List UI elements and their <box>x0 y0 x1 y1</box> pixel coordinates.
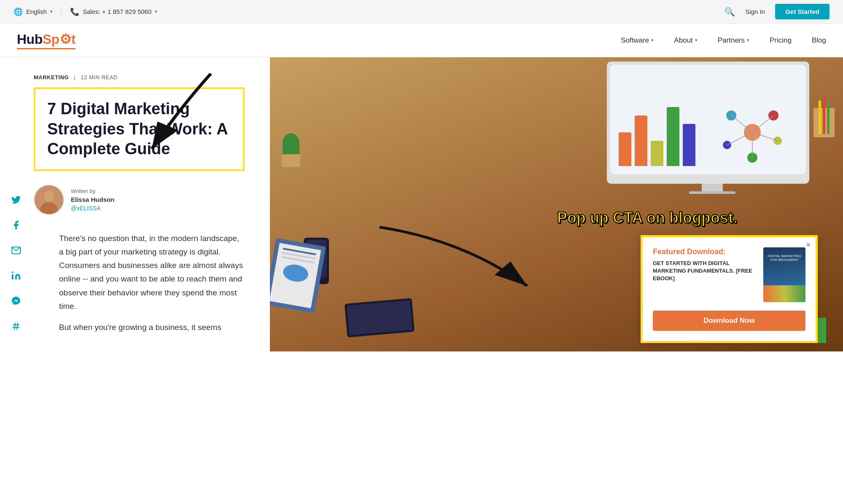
written-by-label: Written by <box>71 188 114 194</box>
nav-software-label: Software <box>621 36 649 45</box>
twitter-icon[interactable] <box>8 192 24 207</box>
nav-about-label: About <box>674 36 692 45</box>
nav-blog-label: Blog <box>812 36 826 45</box>
notebook-page <box>270 243 321 308</box>
top-bar-right: 🔍 Sign In Get Started <box>724 4 830 19</box>
get-started-button[interactable]: Get Started <box>775 4 830 19</box>
author-avatar <box>34 185 64 215</box>
article-title-box: 7 Digital Marketing Strategies That Work… <box>34 87 245 171</box>
nav-pricing-label: Pricing <box>770 36 792 45</box>
pen-cup <box>813 108 835 137</box>
lang-chevron-icon: ▾ <box>50 9 53 14</box>
language-label: English <box>26 8 47 15</box>
messenger-icon[interactable] <box>8 293 24 308</box>
linkedin-icon[interactable] <box>8 268 24 283</box>
nav-partners-label: Partners <box>718 36 745 45</box>
chart-bar-2 <box>635 115 647 166</box>
social-sidebar <box>8 192 24 334</box>
author-section: Written by Elissa Hudson @xELISSA <box>34 185 245 215</box>
search-button[interactable]: 🔍 <box>724 7 735 17</box>
monitor-stand <box>702 184 723 191</box>
logo-underline <box>17 48 75 49</box>
chart-bar-4 <box>667 107 679 166</box>
popup-subtitle: GET STARTED WITH DIGITAL MARKETING FUNDA… <box>653 260 757 283</box>
top-section: MARKETING | 12 MIN READ 7 Digital Market… <box>0 57 843 351</box>
read-time: 12 MIN READ <box>81 74 118 80</box>
author-handle[interactable]: @xELISSA <box>71 205 114 212</box>
email-icon[interactable] <box>8 243 24 258</box>
article-body: There's no question that, in the modern … <box>34 232 245 335</box>
main-nav: HubSp⚙t Software ▾ About ▾ Partners ▾ Pr… <box>0 24 843 57</box>
plant-pot <box>282 154 300 167</box>
svg-line-16 <box>752 115 773 132</box>
nav-partners-chevron-icon: ▾ <box>747 38 749 43</box>
chart-bar-5 <box>683 124 695 166</box>
plant <box>278 133 304 167</box>
chart-bar-1 <box>619 132 631 166</box>
svg-line-5 <box>17 322 18 330</box>
article-text-p2: But when you're growing a business, it s… <box>59 321 245 334</box>
nav-item-partners[interactable]: Partners ▾ <box>718 36 749 45</box>
top-bar-left: 🌐 English ▾ 📞 Sales: + 1 857 829 5060 ▾ <box>13 7 157 16</box>
facebook-icon[interactable] <box>8 217 24 233</box>
left-panel: MARKETING | 12 MIN READ 7 Digital Market… <box>0 57 270 351</box>
nav-item-about[interactable]: About ▾ <box>674 36 697 45</box>
nav-item-pricing[interactable]: Pricing <box>770 36 792 45</box>
nav-software-chevron-icon: ▾ <box>651 38 654 43</box>
monitor-screen <box>610 65 806 174</box>
ebook-stripe <box>763 285 805 302</box>
tablet-screen <box>347 300 412 335</box>
category-label: MARKETING | 12 MIN READ <box>34 74 245 80</box>
logo[interactable]: HubSp⚙t <box>17 31 75 49</box>
globe-icon: 🌐 <box>13 7 23 16</box>
nav-links: Software ▾ About ▾ Partners ▾ Pricing Bl… <box>621 36 826 45</box>
node-graph <box>707 99 797 166</box>
page-wrapper: 🌐 English ▾ 📞 Sales: + 1 857 829 5060 ▾ … <box>0 0 843 351</box>
popup-cta: × Featured Download: GET STARTED WITH DI… <box>641 235 818 343</box>
svg-point-1 <box>12 271 13 273</box>
article-title: 7 Digital Marketing Strategies That Work… <box>47 99 231 159</box>
download-now-button[interactable]: Download Now <box>653 311 805 331</box>
tablet <box>345 298 415 338</box>
pie-chart <box>282 263 310 284</box>
phone-icon: 📞 <box>70 7 79 16</box>
separator: | <box>74 74 75 80</box>
svg-point-7 <box>44 191 54 202</box>
monitor-base <box>689 191 735 194</box>
popup-text: Featured Download: GET STARTED WITH DIGI… <box>653 247 757 283</box>
phone-chevron-icon: ▾ <box>155 9 157 14</box>
top-bar: 🌐 English ▾ 📞 Sales: + 1 857 829 5060 ▾ … <box>0 0 843 24</box>
svg-line-4 <box>14 322 15 330</box>
nav-item-software[interactable]: Software ▾ <box>621 36 654 45</box>
category-text: MARKETING <box>34 74 69 80</box>
logo-spot: Sp⚙t <box>43 32 76 47</box>
language-selector[interactable]: 🌐 English ▾ <box>13 7 62 16</box>
sign-in-button[interactable]: Sign In <box>745 8 765 15</box>
logo-text: HubSp⚙t <box>17 31 75 47</box>
author-info: Written by Elissa Hudson @xELISSA <box>71 188 114 212</box>
author-name: Elissa Hudson <box>71 196 114 203</box>
hashtag-icon[interactable] <box>8 319 24 334</box>
svg-line-15 <box>731 115 752 132</box>
plant-leaves <box>283 133 299 154</box>
popup-ebook-cover: DIGITAL MARKETING FOR BEGINNERS <box>763 247 805 302</box>
monitor-bezel <box>607 62 809 184</box>
monitor <box>607 62 818 194</box>
phone-label: Sales: + 1 857 829 5060 <box>83 8 151 15</box>
article-text-p1: There's no question that, in the modern … <box>59 232 245 314</box>
chart-bar-3 <box>651 141 663 166</box>
phone-selector[interactable]: 📞 Sales: + 1 857 829 5060 ▾ <box>62 7 157 16</box>
ebook-title: DIGITAL MARKETING FOR BEGINNERS <box>763 251 805 265</box>
popup-inner: Featured Download: GET STARTED WITH DIGI… <box>653 247 805 302</box>
nav-item-blog[interactable]: Blog <box>812 36 826 45</box>
popup-featured-label: Featured Download: <box>653 247 757 256</box>
popup-close-button[interactable]: × <box>806 241 811 249</box>
nav-about-chevron-icon: ▾ <box>695 38 698 43</box>
